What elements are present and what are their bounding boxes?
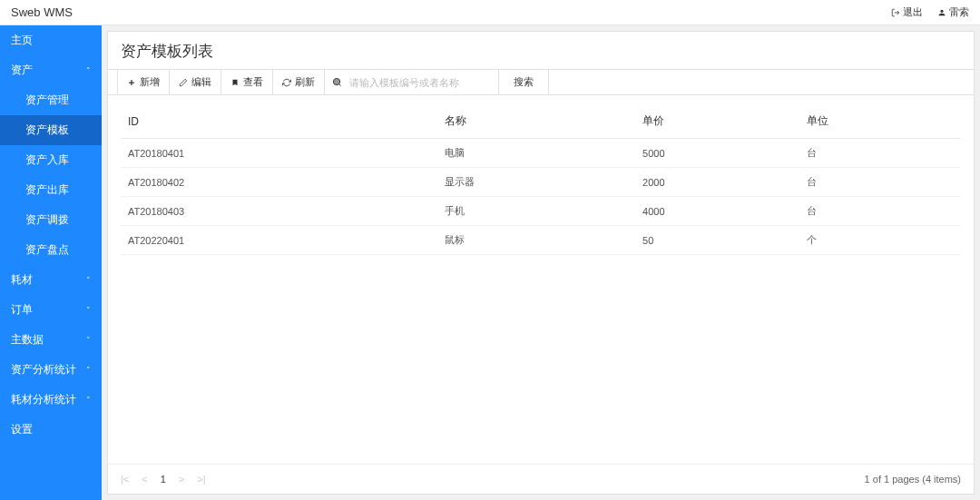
chevron-down-icon: ˅ (86, 396, 91, 405)
chevron-up-icon: ˄ (86, 66, 91, 75)
nav-sub-item[interactable]: 资产模板 (0, 115, 102, 145)
pager-current: 1 (161, 474, 166, 485)
add-button[interactable]: 新增 (117, 70, 170, 94)
view-button[interactable]: 查看 (221, 70, 273, 94)
nav-item-label: 耗材分析统计 (11, 392, 76, 407)
edit-label: 编辑 (191, 75, 211, 89)
column-header[interactable]: 名称 (437, 104, 635, 139)
page-info: 1 of 1 pages (4 items) (865, 474, 961, 485)
cell-unit: 个 (799, 226, 961, 255)
cell-id: AT20220401 (121, 226, 437, 255)
page-title: 资产模板列表 (108, 32, 974, 69)
pager-prev[interactable]: < (142, 474, 147, 485)
cell-price: 50 (635, 226, 799, 255)
nav-item[interactable]: 资产˄ (0, 55, 102, 85)
edit-button[interactable]: 编辑 (170, 70, 221, 94)
search-icon (332, 77, 342, 87)
nav-item-label: 耗材 (11, 272, 33, 288)
svg-point-0 (333, 78, 339, 84)
pencil-icon (179, 78, 188, 87)
logout-link[interactable]: 退出 (891, 5, 923, 19)
search-box (325, 73, 498, 93)
nav-item[interactable]: 耗材分析统计˅ (0, 385, 102, 415)
asset-template-table: ID名称单价单位 AT20180401电脑5000台AT20180402显示器2… (121, 104, 961, 255)
cell-id: AT20180402 (121, 168, 437, 197)
view-label: 查看 (243, 75, 263, 89)
refresh-label: 刷新 (295, 75, 315, 89)
logout-icon (891, 8, 900, 17)
cell-price: 5000 (635, 139, 799, 168)
table-row[interactable]: AT20180402显示器2000台 (121, 168, 961, 197)
table-row[interactable]: AT20180401电脑5000台 (121, 139, 961, 168)
pager-next[interactable]: > (179, 474, 184, 485)
cell-id: AT20180401 (121, 139, 437, 168)
cell-id: AT20180403 (121, 197, 437, 226)
column-header[interactable]: 单位 (799, 104, 961, 139)
nav-item-label: 订单 (11, 302, 33, 318)
cell-unit: 台 (799, 139, 961, 168)
nav-item-label: 主页 (11, 33, 33, 48)
search-button[interactable]: 搜索 (498, 70, 549, 94)
nav-sub-item[interactable]: 资产调拨 (0, 205, 102, 235)
nav-sub-item[interactable]: 资产盘点 (0, 235, 102, 265)
cell-name: 手机 (437, 197, 635, 226)
user-link[interactable]: 雷索 (937, 5, 969, 19)
cell-name: 鼠标 (437, 226, 635, 255)
cell-name: 电脑 (437, 139, 635, 168)
nav-item[interactable]: 耗材˅ (0, 265, 102, 295)
chevron-down-icon: ˅ (86, 336, 91, 345)
nav-sub-item[interactable]: 资产出库 (0, 175, 102, 205)
cell-unit: 台 (799, 168, 961, 197)
nav-item[interactable]: 设置 (0, 415, 102, 445)
refresh-icon (282, 78, 291, 87)
search-input[interactable] (346, 73, 491, 93)
pager: |< < 1 > >| (121, 474, 206, 485)
plus-icon (127, 78, 136, 87)
brand-title: Sweb WMS (11, 5, 73, 19)
nav-sub-item[interactable]: 资产管理 (0, 85, 102, 115)
chevron-down-icon: ˅ (86, 276, 91, 285)
main-panel: 资产模板列表 新增 编辑 查看 刷新 (107, 31, 975, 495)
sidebar: 主页资产˄资产管理资产模板资产入库资产出库资产调拨资产盘点耗材˅订单˅主数据˅资… (0, 25, 102, 500)
nav-item-label: 主数据 (11, 332, 44, 348)
chevron-down-icon: ˅ (86, 306, 91, 315)
nav-item-label: 设置 (11, 422, 33, 437)
column-header[interactable]: 单价 (635, 104, 799, 139)
chevron-down-icon: ˅ (86, 366, 91, 375)
cell-price: 2000 (635, 168, 799, 197)
table-footer: |< < 1 > >| 1 of 1 pages (4 items) (108, 464, 974, 494)
nav-sub-item[interactable]: 资产入库 (0, 145, 102, 175)
nav-item[interactable]: 主数据˅ (0, 325, 102, 355)
cell-price: 4000 (635, 197, 799, 226)
cell-name: 显示器 (437, 168, 635, 197)
column-header[interactable]: ID (121, 104, 437, 139)
pager-first[interactable]: |< (121, 474, 129, 485)
user-name: 雷索 (949, 5, 969, 19)
cell-unit: 台 (799, 197, 961, 226)
nav-item[interactable]: 资产分析统计˅ (0, 355, 102, 385)
toolbar: 新增 编辑 查看 刷新 搜索 (108, 69, 974, 95)
table-row[interactable]: AT20180403手机4000台 (121, 197, 961, 226)
nav-item-label: 资产分析统计 (11, 362, 76, 377)
eye-icon (230, 78, 240, 87)
user-icon (937, 8, 946, 17)
pager-last[interactable]: >| (197, 474, 205, 485)
refresh-button[interactable]: 刷新 (273, 70, 325, 94)
add-label: 新增 (140, 75, 160, 89)
table-row[interactable]: AT20220401鼠标50个 (121, 226, 961, 255)
nav-item[interactable]: 主页 (0, 25, 102, 55)
logout-label: 退出 (903, 5, 923, 19)
nav-item[interactable]: 订单˅ (0, 295, 102, 325)
topbar: Sweb WMS 退出 雷索 (0, 0, 980, 25)
nav-item-label: 资产 (11, 63, 33, 78)
